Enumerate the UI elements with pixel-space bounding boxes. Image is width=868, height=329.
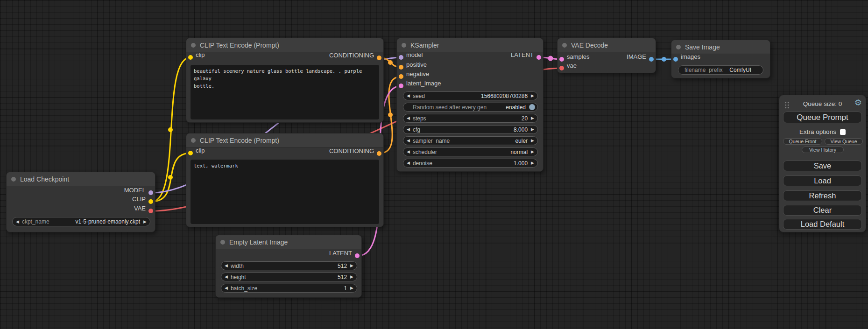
node-empty-latent-image[interactable]: Empty Latent Image LATENT ◀ width 512 ▶ … [215, 235, 362, 298]
widget-steps[interactable]: ◀ steps 20 ▶ [403, 114, 538, 123]
input-port-model[interactable] [399, 55, 403, 60]
output-port-latent[interactable] [355, 253, 360, 258]
widget-cfg[interactable]: ◀ cfg 8.000 ▶ [403, 125, 538, 134]
input-port-clip[interactable] [188, 151, 193, 155]
decrement-arrow-icon[interactable]: ◀ [407, 150, 410, 154]
node-header[interactable]: KSampler [397, 38, 543, 52]
widget-scheduler[interactable]: ◀ scheduler normal ▶ [403, 147, 538, 156]
node-save-image[interactable]: Save Image images filename_prefix ComfyU… [671, 40, 770, 78]
node-ksampler[interactable]: KSampler model positive negative latent_… [396, 38, 543, 172]
clear-button[interactable]: Clear [783, 205, 862, 216]
output-port-clip[interactable] [148, 199, 153, 204]
prompt-textarea[interactable]: beautiful scenery nature glass bottle la… [191, 65, 379, 119]
prompt-textarea[interactable]: text, watermark [191, 160, 379, 224]
link-midpoint-dot [388, 60, 393, 65]
node-header[interactable]: CLIP Text Encode (Prompt) [186, 133, 383, 147]
input-port-negative[interactable] [399, 74, 403, 79]
node-title: Empty Latent Image [229, 238, 288, 246]
node-title: CLIP Text Encode (Prompt) [200, 137, 279, 144]
extra-options-checkbox[interactable] [840, 129, 846, 135]
increment-arrow-icon[interactable]: ▶ [531, 127, 534, 132]
load-default-button[interactable]: Load Default [783, 219, 862, 230]
output-port-conditioning[interactable] [377, 151, 381, 156]
input-port-latent-image[interactable] [399, 84, 403, 88]
view-queue-button[interactable]: View Queue [825, 138, 863, 145]
input-port-samples[interactable] [559, 57, 564, 62]
widget-random-seed-toggle[interactable]: Random seed after every gen enabled [403, 103, 538, 112]
increment-arrow-icon[interactable]: ▶ [531, 150, 534, 154]
decrement-arrow-icon[interactable]: ◀ [225, 286, 228, 290]
output-port-image[interactable] [649, 57, 654, 62]
settings-gear-icon[interactable]: ⚙ [854, 98, 862, 107]
node-header[interactable]: Load Checkpoint [7, 172, 155, 186]
link-midpoint-dot [548, 56, 553, 61]
decrement-arrow-icon[interactable]: ◀ [407, 139, 410, 143]
port-label-latent: LATENT [329, 249, 352, 258]
node-collapse-dot[interactable] [562, 43, 567, 48]
node-collapse-dot[interactable] [676, 45, 681, 49]
widget-label: steps [413, 115, 426, 122]
output-port-conditioning[interactable] [377, 56, 381, 60]
input-port-images[interactable] [673, 57, 678, 62]
node-collapse-dot[interactable] [11, 177, 16, 182]
increment-arrow-icon[interactable]: ▶ [350, 275, 353, 279]
output-port-model[interactable] [148, 190, 153, 195]
queue-prompt-button[interactable]: Queue Prompt [783, 112, 862, 123]
node-collapse-dot[interactable] [191, 43, 196, 48]
widget-label: Random seed after every gen [413, 104, 487, 111]
widget-label: ckpt_name [22, 218, 49, 225]
refresh-button[interactable]: Refresh [783, 190, 862, 201]
node-collapse-dot[interactable] [220, 240, 225, 245]
node-collapse-dot[interactable] [191, 138, 196, 143]
output-port-vae[interactable] [148, 209, 153, 213]
input-port-vae[interactable] [559, 66, 564, 70]
decrement-arrow-icon[interactable]: ◀ [407, 127, 410, 132]
decrement-arrow-icon[interactable]: ◀ [16, 220, 19, 224]
port-label-negative: negative [406, 70, 429, 78]
input-port-clip[interactable] [188, 55, 193, 60]
widget-value: 20 [522, 115, 528, 122]
queue-front-button[interactable]: Queue Front [783, 138, 822, 145]
decrement-arrow-icon[interactable]: ◀ [225, 264, 228, 268]
decrement-arrow-icon[interactable]: ◀ [407, 116, 410, 120]
node-header[interactable]: VAE Decode [557, 38, 656, 52]
increment-arrow-icon[interactable]: ▶ [531, 139, 534, 143]
node-header[interactable]: Empty Latent Image [216, 235, 361, 249]
node-load-checkpoint[interactable]: Load Checkpoint MODEL CLIP VAE ◀ ckpt_na… [6, 172, 155, 232]
toggle-enabled-icon[interactable] [529, 104, 535, 110]
widget-width[interactable]: ◀ width 512 ▶ [221, 261, 357, 270]
widget-batch-size[interactable]: ◀ batch_size 1 ▶ [221, 284, 357, 293]
widget-value: 1.000 [514, 160, 528, 167]
widget-height[interactable]: ◀ height 512 ▶ [221, 273, 357, 281]
node-clip-text-encode-negative[interactable]: CLIP Text Encode (Prompt) clip CONDITION… [186, 133, 384, 227]
output-port-latent[interactable] [536, 55, 541, 60]
increment-arrow-icon[interactable]: ▶ [531, 116, 534, 120]
increment-arrow-icon[interactable]: ▶ [531, 161, 534, 165]
queue-panel: Queue size: 0 ⚙ Queue Prompt Extra optio… [779, 95, 866, 232]
decrement-arrow-icon[interactable]: ◀ [407, 94, 410, 98]
node-collapse-dot[interactable] [402, 43, 406, 48]
increment-arrow-icon[interactable]: ▶ [143, 220, 147, 224]
decrement-arrow-icon[interactable]: ◀ [225, 275, 228, 279]
load-button[interactable]: Load [783, 175, 862, 186]
widget-ckpt-name[interactable]: ◀ ckpt_name v1-5-pruned-emaonly.ckpt ▶ [12, 217, 150, 226]
input-port-positive[interactable] [399, 65, 403, 70]
widget-seed[interactable]: ◀ seed 156680208700286 ▶ [403, 91, 538, 100]
save-button[interactable]: Save [783, 161, 862, 171]
widget-denoise[interactable]: ◀ denoise 1.000 ▶ [403, 159, 538, 168]
widget-label: batch_size [231, 285, 257, 292]
increment-arrow-icon[interactable]: ▶ [531, 94, 534, 98]
node-header[interactable]: CLIP Text Encode (Prompt) [186, 38, 383, 52]
port-label-conditioning: CONDITIONING [329, 51, 374, 60]
widget-value: 8.000 [514, 126, 528, 133]
decrement-arrow-icon[interactable]: ◀ [407, 161, 410, 165]
node-graph-canvas[interactable]: Load Checkpoint MODEL CLIP VAE ◀ ckpt_na… [0, 0, 868, 329]
increment-arrow-icon[interactable]: ▶ [350, 286, 353, 290]
node-clip-text-encode-positive[interactable]: CLIP Text Encode (Prompt) clip CONDITION… [186, 38, 384, 123]
view-history-button[interactable]: View History [802, 147, 844, 153]
node-vae-decode[interactable]: VAE Decode samples vae IMAGE [557, 38, 656, 73]
widget-filename-prefix[interactable]: filename_prefix ComfyUI [678, 65, 763, 75]
increment-arrow-icon[interactable]: ▶ [350, 264, 353, 268]
node-header[interactable]: Save Image [671, 40, 770, 54]
widget-sampler-name[interactable]: ◀ sampler_name euler ▶ [403, 136, 538, 145]
